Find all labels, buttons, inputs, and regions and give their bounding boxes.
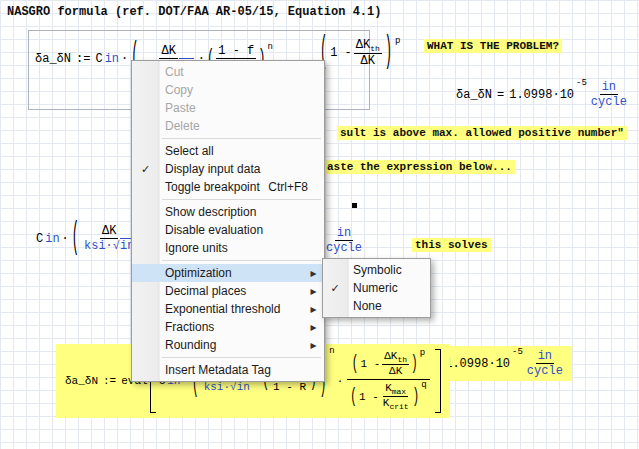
menu-item-delete[interactable]: Delete: [132, 117, 324, 135]
close-paren: ): [413, 385, 420, 408]
worksheet-title[interactable]: NASGRO formula (ref. DOT/FAA AR-05/15, E…: [7, 5, 381, 19]
submenu-item-none[interactable]: None: [323, 297, 430, 315]
assign-operator: :=: [103, 375, 116, 387]
menu-item-disable-evaluation[interactable]: Disable evaluation: [132, 221, 324, 239]
fraction-numerator: ΔK: [159, 44, 177, 59]
subscript-th: th: [370, 44, 380, 53]
open-paren: (: [352, 352, 359, 375]
result-top[interactable]: δa_δN = 1.0998·10 -5 in cycle: [455, 80, 630, 109]
menu-item-label: Symbolic: [353, 263, 402, 277]
submenu-item-numeric[interactable]: ✓ Numeric: [323, 279, 430, 297]
radicand-in: in: [237, 380, 250, 393]
note-paste-expression[interactable]: aste the expression below...: [324, 160, 515, 174]
menu-item-exponential-threshold[interactable]: Exponential threshold ▶: [132, 300, 324, 318]
fraction-dkth-over-dk: ΔKth ΔK: [382, 350, 409, 377]
math-coefficient: C: [36, 232, 43, 246]
note-this-solves[interactable]: this solves: [412, 238, 491, 252]
menu-item-label: Copy: [165, 83, 193, 97]
menu-separator: [162, 357, 321, 358]
menu-item-label: Display input data: [165, 162, 260, 176]
unit-fraction-in-per-cycle: in cycle: [525, 349, 565, 378]
submenu-arrow-icon: ▶: [310, 340, 316, 349]
unit-in: in: [45, 232, 59, 246]
k-base: K: [385, 382, 392, 394]
fraction-denominator: cycle: [324, 241, 364, 255]
menu-item-label: Toggle breakpoint: [165, 180, 260, 194]
fraction-denominator: ksi·√in: [82, 239, 136, 253]
fraction-numerator: 1 - f: [216, 44, 256, 59]
menu-separator: [162, 199, 321, 200]
formula-middle-result-unit[interactable]: in cycle: [323, 226, 365, 255]
menu-separator: [162, 138, 321, 139]
optimization-submenu: Symbolic ✓ Numeric None: [322, 258, 431, 318]
fraction-denominator: 1 - R: [271, 381, 308, 393]
submenu-arrow-icon: ▶: [310, 268, 316, 277]
eval-bracket-right: [435, 349, 441, 413]
note-what-is-the-problem[interactable]: WHAT IS THE PROBLEM?: [424, 39, 562, 53]
subscript-th: th: [397, 355, 407, 364]
subscript-crit: crit: [389, 403, 408, 412]
fraction-numerator: in: [536, 349, 554, 364]
result-exponent: -5: [576, 78, 587, 88]
fraction-numerator: in: [335, 226, 353, 241]
big-fraction-numerator: ( 1 - ΔKth ΔK ) p: [347, 348, 430, 380]
menu-item-label: Cut: [165, 65, 184, 79]
menu-item-insert-metadata-tag[interactable]: Insert Metadata Tag: [132, 361, 324, 379]
submenu-arrow-icon: ▶: [310, 322, 316, 331]
times-operator: ·: [62, 232, 69, 246]
menu-item-label: Fractions: [165, 320, 214, 334]
menu-item-toggle-breakpoint[interactable]: Toggle breakpoint Ctrl+F8: [132, 178, 324, 196]
subscript-max: max: [392, 387, 406, 396]
one-minus: 1 -: [360, 358, 380, 370]
one-minus: 1 -: [330, 46, 352, 60]
worksheet-canvas[interactable]: NASGRO formula (ref. DOT/FAA AR-05/15, E…: [0, 0, 639, 449]
close-paren: ): [385, 32, 392, 74]
fraction-denominator: Kcrit: [381, 397, 411, 411]
menu-item-label: Paste: [165, 101, 196, 115]
menu-item-ignore-units[interactable]: Ignore units: [132, 239, 324, 257]
menu-item-show-description[interactable]: Show description: [132, 203, 324, 221]
menu-item-rounding[interactable]: Rounding ▶: [132, 336, 324, 354]
exponent-n: n: [267, 42, 272, 52]
fraction-denominator: ΔK: [387, 365, 404, 377]
menu-item-label: Decimal places: [165, 284, 246, 298]
result-value: 1.0998·10: [509, 88, 574, 102]
menu-item-label: Exponential threshold: [165, 302, 280, 316]
fraction-dk-over-units: ΔK ksi·√in: [82, 224, 136, 253]
note-error-message[interactable]: sult is above max. allowed positive numb…: [337, 126, 627, 140]
selection-handle[interactable]: [352, 203, 357, 208]
fraction-denominator: cycle: [525, 364, 565, 378]
delta-k: ΔK: [356, 38, 370, 52]
menu-item-optimization[interactable]: Optimization ▶: [132, 264, 324, 282]
big-fraction-p-over-q: ( 1 - ΔKth ΔK ) p ( 1 - Kmax Kcrit ) q: [345, 348, 431, 414]
menu-item-cut[interactable]: Cut: [132, 63, 324, 81]
close-paren: ): [411, 352, 418, 375]
menu-item-label: Disable evaluation: [165, 223, 263, 237]
equals-operator: =: [497, 88, 504, 102]
fraction-denominator: cycle: [589, 95, 629, 109]
result-value: 1.0998·10: [445, 357, 510, 371]
formula-nasgro-top-pterm[interactable]: ( 1 - ΔKth ΔK ) p: [318, 38, 401, 68]
submenu-item-symbolic[interactable]: Symbolic: [323, 261, 430, 279]
unit-in: in: [105, 52, 119, 66]
menu-item-shortcut: Ctrl+F8: [268, 180, 308, 194]
menu-item-label: Show description: [165, 205, 256, 219]
assign-operator: :=: [76, 52, 90, 66]
menu-item-display-input-data[interactable]: ✓ Display input data: [132, 160, 324, 178]
menu-item-copy[interactable]: Copy: [132, 81, 324, 99]
menu-item-select-all[interactable]: Select all: [132, 142, 324, 160]
menu-item-paste[interactable]: Paste: [132, 99, 324, 117]
menu-item-fractions[interactable]: Fractions ▶: [132, 318, 324, 336]
unit-fraction-in-per-cycle: in cycle: [324, 226, 364, 255]
big-fraction-denominator: ( 1 - Kmax Kcrit ) q: [345, 380, 431, 413]
menu-item-decimal-places[interactable]: Decimal places ▶: [132, 282, 324, 300]
open-paren: (: [72, 217, 79, 259]
delta-k: ΔK: [384, 350, 397, 362]
fraction-kmax-over-kcrit: Kmax Kcrit: [381, 382, 411, 411]
fraction-numerator: in: [600, 80, 618, 95]
fraction-numerator: ΔK: [100, 224, 118, 239]
exponent-q: q: [421, 380, 426, 390]
unit-fraction-in-per-cycle: in cycle: [589, 80, 629, 109]
math-lhs: δa_δN: [35, 52, 71, 66]
fraction-numerator: Kmax: [383, 382, 408, 397]
